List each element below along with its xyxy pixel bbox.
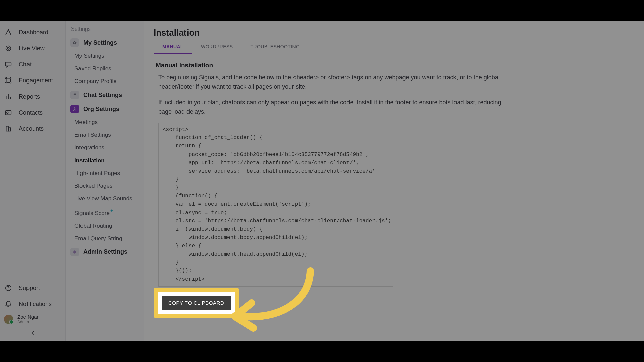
- svg-rect-9: [6, 126, 8, 131]
- nav-label: Notifications: [19, 301, 52, 308]
- svg-point-1: [7, 47, 9, 49]
- tabs: MANUAL WORDPRESS TROUBLESHOOTING: [154, 40, 564, 54]
- sub-item-meetings[interactable]: Meetings: [66, 116, 144, 129]
- sidebar-item-support[interactable]: Support: [0, 280, 65, 296]
- section-admin-settings[interactable]: ✶ Admin Settings: [66, 245, 144, 259]
- nav-label: Engagement: [19, 77, 53, 84]
- svg-point-6: [10, 82, 11, 83]
- sidebar-item-live-view[interactable]: Live View: [0, 40, 65, 56]
- page-title: Installation: [154, 27, 564, 38]
- building-icon: [4, 124, 13, 133]
- sub-item-signals-score[interactable]: Signals Score+: [66, 205, 144, 220]
- help-icon: [4, 284, 13, 292]
- section-title: Admin Settings: [83, 248, 127, 255]
- intro-paragraph-1: To begin using Signals, add the code bel…: [158, 73, 514, 92]
- intro-paragraph-2: If included in your plan, chatbots can o…: [158, 98, 514, 117]
- highlight-frame: COPY TO CLIPBOARD: [154, 288, 239, 318]
- sidebar-item-chat[interactable]: Chat: [0, 56, 65, 72]
- sidebar-item-reports[interactable]: Reports: [0, 88, 65, 105]
- tab-manual[interactable]: MANUAL: [154, 40, 192, 54]
- sidebar-item-dashboard[interactable]: Dashboard: [0, 24, 65, 40]
- nav-label: Live View: [19, 45, 45, 52]
- section-org-settings[interactable]: Org Settings: [66, 102, 144, 116]
- settings-heading: Settings: [66, 21, 144, 36]
- plus-badge: +: [110, 208, 113, 214]
- section-title: My Settings: [83, 39, 117, 46]
- settings-panel: Settings ✿ My Settings My Settings Saved…: [66, 21, 144, 341]
- sub-item-live-view-map-sounds[interactable]: Live View Map Sounds: [66, 192, 144, 205]
- nav-label: Support: [19, 285, 40, 292]
- svg-point-0: [6, 46, 11, 51]
- contact-card-icon: [4, 108, 13, 117]
- collapse-sidebar-button[interactable]: [0, 326, 65, 338]
- nav-label: Dashboard: [19, 29, 48, 36]
- sub-item-global-routing[interactable]: Global Routing: [66, 220, 144, 232]
- tab-wordpress[interactable]: WORDPRESS: [192, 40, 241, 54]
- bar-chart-icon: [4, 92, 13, 101]
- svg-point-8: [7, 112, 8, 114]
- sub-item-email-query-string[interactable]: Email Query String: [66, 232, 144, 245]
- section-my-settings[interactable]: ✿ My Settings: [66, 36, 144, 50]
- section-subhead: Manual Installation: [156, 62, 562, 69]
- avatar: [4, 315, 13, 324]
- nav-label: Reports: [19, 93, 40, 100]
- svg-rect-10: [8, 128, 10, 131]
- svg-point-3: [6, 78, 7, 79]
- org-icon: [70, 105, 79, 113]
- sidebar-item-contacts[interactable]: Contacts: [0, 105, 65, 121]
- section-title: Org Settings: [83, 106, 119, 113]
- sub-item-blocked-pages[interactable]: Blocked Pages: [66, 180, 144, 192]
- sidebar-item-accounts[interactable]: Accounts: [0, 121, 65, 137]
- svg-rect-2: [6, 62, 11, 66]
- user-role: Admin: [17, 320, 40, 324]
- chat-settings-icon: ❝: [70, 90, 79, 99]
- sub-item-my-settings[interactable]: My Settings: [66, 50, 144, 62]
- svg-point-5: [6, 82, 7, 83]
- logo-icon: [4, 28, 13, 37]
- section-title: Chat Settings: [83, 92, 122, 99]
- svg-point-12: [74, 108, 75, 109]
- nav-primary: Dashboard Live View Chat Engagement Repo…: [0, 21, 66, 341]
- target-icon: [4, 44, 13, 53]
- flow-icon: [4, 76, 13, 85]
- sub-item-saved-replies[interactable]: Saved Replies: [66, 62, 144, 75]
- user-profile[interactable]: Zoe Ngan Admin: [0, 312, 65, 326]
- svg-point-4: [10, 78, 11, 79]
- sidebar-item-engagement[interactable]: Engagement: [0, 72, 65, 88]
- sub-item-installation[interactable]: Installation: [66, 154, 144, 167]
- chevron-left-icon: [30, 330, 36, 337]
- sub-item-integrations[interactable]: Integrations: [66, 141, 144, 154]
- sub-item-high-intent-pages[interactable]: High-Intent Pages: [66, 167, 144, 180]
- gear-icon: ✿: [70, 38, 79, 47]
- nav-label: Accounts: [19, 125, 44, 132]
- admin-icon: ✶: [70, 248, 79, 256]
- sidebar-item-notifications[interactable]: Notifications: [0, 296, 65, 312]
- copy-to-clipboard-button[interactable]: COPY TO CLIPBOARD: [162, 296, 231, 310]
- tab-troubleshooting[interactable]: TROUBLESHOOTING: [241, 40, 308, 54]
- nav-label: Chat: [19, 61, 32, 68]
- install-code-block[interactable]: <script> function cf_chat_loader() { ret…: [158, 123, 393, 287]
- sub-item-label: Signals Score: [74, 210, 110, 216]
- chat-icon: [4, 60, 13, 69]
- bell-icon: [4, 300, 13, 308]
- section-chat-settings[interactable]: ❝ Chat Settings: [66, 88, 144, 102]
- sub-item-company-profile[interactable]: Company Profile: [66, 75, 144, 88]
- sub-item-email-settings[interactable]: Email Settings: [66, 129, 144, 141]
- nav-label: Contacts: [19, 109, 43, 116]
- main-content: Installation MANUAL WORDPRESS TROUBLESHO…: [144, 21, 644, 341]
- user-name: Zoe Ngan: [17, 314, 40, 320]
